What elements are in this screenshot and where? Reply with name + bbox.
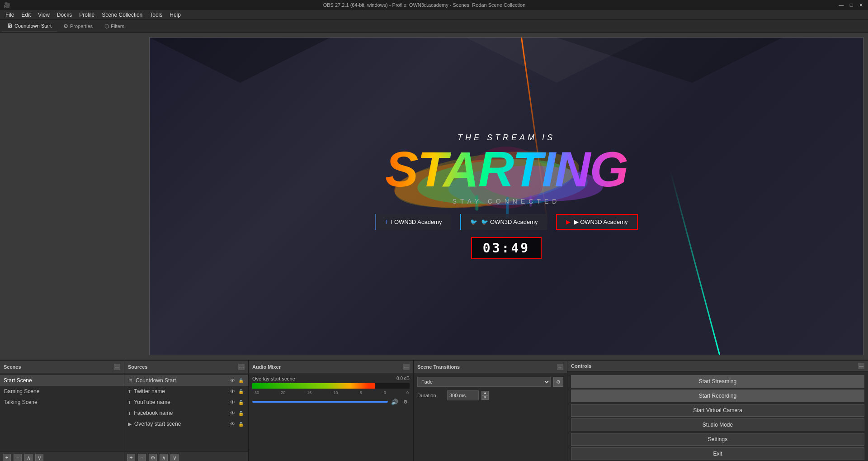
menu-edit[interactable]: Edit	[18, 11, 34, 19]
sources-toolbar: + − ⚙ ∧ ∨	[124, 451, 248, 461]
tab-countdown-start[interactable]: 🖹 Countdown Start	[2, 21, 57, 32]
menu-view[interactable]: View	[34, 11, 53, 19]
source-item-countdown[interactable]: 🖹 Countdown Start 👁 🔒	[124, 375, 248, 386]
source-countdown-label: Countdown Start	[136, 377, 226, 384]
source-settings-btn[interactable]: ⚙	[149, 454, 157, 461]
audio-mixer-header: Audio Mixer —	[249, 361, 413, 373]
settings-button[interactable]: Settings	[571, 433, 864, 446]
audio-settings-btn[interactable]: ⚙	[401, 398, 410, 406]
meter-fill	[252, 383, 375, 389]
source-up-btn[interactable]: ∧	[160, 454, 168, 461]
transition-type-select[interactable]: Fade Cut Swipe Slide Stinger	[417, 377, 551, 387]
start-virtual-camera-button[interactable]: Start Virtual Camera	[571, 404, 864, 417]
titlebar: 🎥 OBS 27.2.1 (64-bit, windows) - Profile…	[0, 0, 868, 10]
source-twitter-eye-btn[interactable]: 👁	[229, 388, 236, 395]
close-button[interactable]: ✕	[858, 2, 864, 8]
duration-up-btn[interactable]: ▲	[481, 391, 489, 395]
scene-remove-btn[interactable]: −	[14, 454, 22, 461]
scenes-toolbar: + − ∧ ∨	[0, 451, 124, 461]
audio-db-label: 0.0 dB	[396, 376, 410, 381]
scenes-collapse-btn[interactable]: —	[114, 364, 120, 370]
source-item-twitter[interactable]: T Twitter name 👁 🔒	[124, 386, 248, 397]
source-down-btn[interactable]: ∨	[170, 454, 179, 461]
start-streaming-button[interactable]: Start Streaming	[571, 375, 864, 388]
source-twitter-lock-btn[interactable]: 🔒	[237, 388, 245, 395]
stay-connected-text: STAY CONNECTED	[385, 198, 627, 205]
tab-filters[interactable]: ⬡ Filters	[99, 21, 130, 31]
source-twitter-label: Twitter name	[134, 388, 226, 394]
mute-button[interactable]: 🔊	[391, 398, 399, 406]
minimize-button[interactable]: —	[838, 2, 844, 8]
source-overlay-lock-btn[interactable]: 🔒	[237, 420, 245, 428]
source-item-facebook[interactable]: T Facebook name 👁 🔒	[124, 408, 248, 418]
source-countdown-controls: 👁 🔒	[229, 377, 245, 384]
sources-list: 🖹 Countdown Start 👁 🔒 T Twitter name 👁 🔒	[124, 373, 248, 451]
tab-properties[interactable]: ⚙ Properties	[58, 21, 98, 31]
start-recording-button[interactable]: Start Recording	[571, 390, 864, 402]
scene-item-talking[interactable]: Talking Scene	[0, 397, 124, 408]
social-facebook: f f OWN3D Academy	[375, 214, 451, 230]
controls-header: Controls —	[567, 361, 868, 371]
source-twitter-controls: 👁 🔒	[229, 388, 245, 395]
preview-canvas: THE STREAM IS STARTING STAY CONNECTED f …	[149, 37, 863, 355]
studio-mode-button[interactable]: Studio Mode	[571, 418, 864, 431]
maximize-button[interactable]: □	[848, 2, 854, 8]
menu-docks[interactable]: Docks	[53, 11, 75, 19]
tabs-bar: 🖹 Countdown Start ⚙ Properties ⬡ Filters	[0, 20, 868, 33]
exit-button[interactable]: Exit	[571, 447, 864, 460]
menu-help[interactable]: Help	[166, 11, 184, 19]
source-item-overlay[interactable]: ▶ Overlay start scene 👁 🔒	[124, 418, 248, 429]
source-overlay-label: Overlay start scene	[134, 421, 226, 427]
scene-down-btn[interactable]: ∨	[35, 454, 43, 461]
countdown-timer: 03:49	[471, 237, 542, 259]
tab-filters-label: Filters	[111, 24, 124, 29]
source-countdown-eye-btn[interactable]: 👁	[229, 377, 236, 384]
sources-collapse-btn[interactable]: —	[238, 364, 245, 370]
duration-down-btn[interactable]: ▼	[481, 395, 489, 400]
volume-slider[interactable]	[252, 401, 388, 403]
scene-add-btn[interactable]: +	[3, 454, 11, 461]
volume-meter	[252, 383, 410, 389]
source-facebook-eye-btn[interactable]: 👁	[229, 409, 236, 417]
source-remove-btn[interactable]: −	[138, 454, 146, 461]
menu-tools[interactable]: Tools	[146, 11, 166, 19]
social-bar: f f OWN3D Academy 🐦 🐦 OWN3D Academy ▶ ▶ …	[375, 214, 637, 230]
scene-text-area: THE STREAM IS STARTING STAY CONNECTED	[385, 133, 627, 205]
duration-input[interactable]	[447, 390, 479, 400]
transition-settings-btn[interactable]: ⚙	[553, 377, 563, 387]
scene-transitions-panel: Scene Transitions — Fade Cut Swipe Slide…	[414, 361, 567, 461]
timer-value: 03:49	[483, 241, 530, 256]
menu-profile[interactable]: Profile	[75, 11, 98, 19]
scene-item-start[interactable]: Start Scene	[0, 375, 124, 386]
source-facebook-lock-btn[interactable]: 🔒	[237, 409, 245, 417]
source-countdown-lock-btn[interactable]: 🔒	[237, 377, 245, 384]
transitions-content: Fade Cut Swipe Slide Stinger ⚙ Duration …	[414, 373, 567, 461]
preview-area: THE STREAM IS STARTING STAY CONNECTED f …	[0, 33, 868, 360]
twitter-label: 🐦 OWN3D Academy	[481, 219, 538, 225]
youtube-label: ▶ OWN3D Academy	[574, 219, 628, 225]
menu-scene-collection[interactable]: Scene Collection	[98, 11, 146, 19]
source-countdown-icon: 🖹	[128, 378, 133, 383]
youtube-icon: ▶	[566, 219, 571, 225]
scene-item-gaming[interactable]: Gaming Scene	[0, 386, 124, 397]
source-youtube-lock-btn[interactable]: 🔒	[237, 399, 245, 406]
transitions-collapse-btn[interactable]: —	[557, 364, 563, 370]
source-youtube-label: YouTube name	[134, 399, 226, 405]
source-facebook-controls: 👁 🔒	[229, 409, 245, 417]
menu-file[interactable]: File	[2, 11, 18, 19]
scene-up-btn[interactable]: ∧	[24, 454, 33, 461]
source-item-youtube[interactable]: T YouTube name 👁 🔒	[124, 397, 248, 408]
tab-scene-icon: 🖹	[7, 23, 13, 29]
scene-start-label: Start Scene	[4, 377, 32, 384]
scenes-header: Scenes —	[0, 361, 124, 373]
meter-db-labels: -30 -20 -15 -10 -5 -3 0	[252, 390, 410, 395]
source-add-btn[interactable]: +	[127, 454, 135, 461]
left-panel	[0, 33, 145, 360]
source-youtube-eye-btn[interactable]: 👁	[229, 399, 236, 406]
audio-mixer-collapse-btn[interactable]: —	[403, 364, 410, 370]
scene-gaming-label: Gaming Scene	[4, 388, 39, 394]
tab-scene-label: Countdown Start	[14, 23, 52, 29]
source-overlay-eye-btn[interactable]: 👁	[229, 420, 236, 428]
transition-type-row: Fade Cut Swipe Slide Stinger ⚙	[417, 377, 563, 387]
controls-collapse-btn[interactable]: —	[858, 363, 864, 369]
